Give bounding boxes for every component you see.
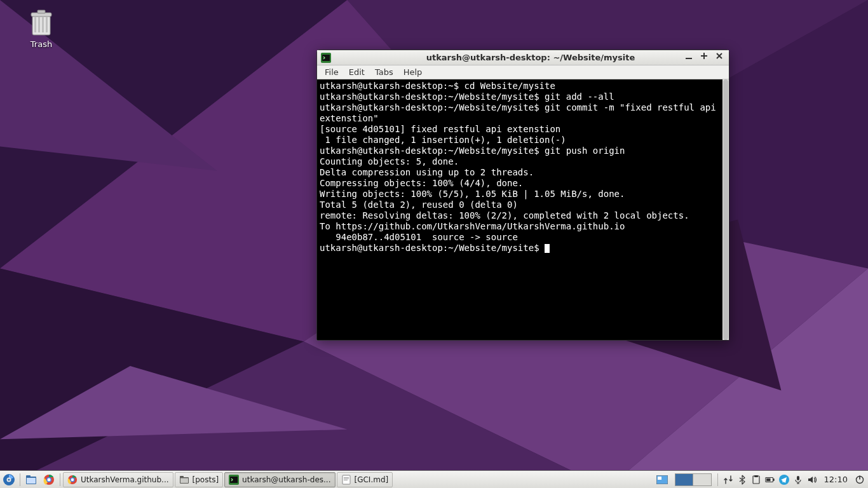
folder-icon <box>179 475 189 485</box>
bluetooth-icon[interactable] <box>736 474 748 485</box>
terminal-scrollbar[interactable] <box>722 79 729 340</box>
svg-rect-31 <box>344 478 349 479</box>
desktop-icon-label: Trash <box>22 39 60 49</box>
svg-rect-30 <box>344 477 349 478</box>
start-menu-button[interactable] <box>1 472 17 487</box>
svg-rect-4 <box>46 17 48 32</box>
svg-rect-38 <box>773 478 774 481</box>
taskbar-task-label: utkarsh@utkarsh-des... <box>242 475 330 484</box>
svg-rect-6 <box>37 10 45 13</box>
svg-rect-36 <box>754 475 758 477</box>
clock[interactable]: 12:10 <box>820 475 851 484</box>
text-icon <box>341 475 351 485</box>
close-button[interactable] <box>715 51 724 60</box>
terminal-area[interactable]: utkarsh@utkarsh-desktop:~$ cd Website/my… <box>317 79 729 340</box>
terminal-app-icon <box>321 53 331 63</box>
desktop[interactable]: Trash utkarsh@utkarsh-desktop: ~/Website… <box>0 0 868 488</box>
svg-rect-17 <box>27 478 36 484</box>
taskbar-task-label: [GCI.md] <box>355 475 389 484</box>
scrollbar-thumb[interactable] <box>723 79 728 340</box>
svg-rect-9 <box>686 58 692 59</box>
svg-rect-16 <box>26 475 31 478</box>
titlebar[interactable]: utkarsh@utkarsh-desktop: ~/Website/mysit… <box>317 50 729 65</box>
workspace-pager[interactable] <box>675 473 712 486</box>
telegram-icon[interactable] <box>778 474 790 485</box>
power-icon[interactable] <box>854 474 865 485</box>
svg-rect-8 <box>322 55 330 61</box>
show-desktop-icon[interactable] <box>654 472 670 487</box>
terminal-output: utkarsh@utkarsh-desktop:~$ cd Website/my… <box>320 81 720 254</box>
workspace-2[interactable] <box>693 474 711 485</box>
menu-edit[interactable]: Edit <box>344 66 370 78</box>
svg-rect-11 <box>701 55 707 57</box>
menu-help[interactable]: Help <box>398 66 428 78</box>
svg-rect-3 <box>42 17 44 32</box>
window-title: utkarsh@utkarsh-desktop: ~/Website/mysit… <box>332 53 729 62</box>
minimize-button[interactable] <box>684 51 693 60</box>
taskbar-task-2[interactable]: utkarsh@utkarsh-des... <box>224 472 335 487</box>
svg-point-14 <box>8 478 10 480</box>
menu-file[interactable]: File <box>320 66 344 78</box>
menu-tabs[interactable]: Tabs <box>370 66 398 78</box>
taskbar-task-label: [posts] <box>193 475 219 484</box>
svg-rect-28 <box>230 477 238 483</box>
svg-rect-39 <box>766 478 770 480</box>
terminal-window[interactable]: utkarsh@utkarsh-desktop: ~/Website/mysit… <box>316 50 729 341</box>
clipboard-icon[interactable] <box>750 474 762 485</box>
taskbar-task-3[interactable]: [GCI.md] <box>337 472 393 487</box>
taskbar: UtkarshVerma.github...[posts]utkarsh@utk… <box>0 470 868 488</box>
desktop-icon-trash[interactable]: Trash <box>22 8 60 49</box>
svg-point-20 <box>48 478 51 481</box>
svg-rect-32 <box>344 480 348 480</box>
svg-rect-34 <box>658 477 661 480</box>
maximize-button[interactable] <box>700 51 709 60</box>
terminal-cursor <box>545 244 550 253</box>
file-manager-launcher[interactable] <box>24 472 39 487</box>
workspace-1[interactable] <box>675 474 693 485</box>
battery-icon[interactable] <box>764 474 776 485</box>
svg-rect-2 <box>38 17 40 32</box>
terminal-icon <box>229 475 239 485</box>
microphone-icon[interactable] <box>792 474 804 485</box>
taskbar-task-1[interactable]: [posts] <box>175 472 224 487</box>
svg-point-23 <box>71 478 74 480</box>
chrome-icon <box>67 475 78 485</box>
svg-rect-25 <box>180 476 184 478</box>
svg-rect-26 <box>180 478 188 483</box>
trash-icon <box>27 8 56 37</box>
network-icon[interactable] <box>722 474 734 485</box>
taskbar-task-label: UtkarshVerma.github... <box>81 475 169 484</box>
svg-rect-41 <box>797 476 799 480</box>
taskbar-task-0[interactable]: UtkarshVerma.github... <box>63 472 173 487</box>
svg-rect-1 <box>34 17 36 32</box>
volume-icon[interactable] <box>806 474 818 485</box>
menubar: File Edit Tabs Help <box>317 65 729 79</box>
svg-rect-43 <box>859 475 860 479</box>
chrome-launcher[interactable] <box>41 472 57 487</box>
